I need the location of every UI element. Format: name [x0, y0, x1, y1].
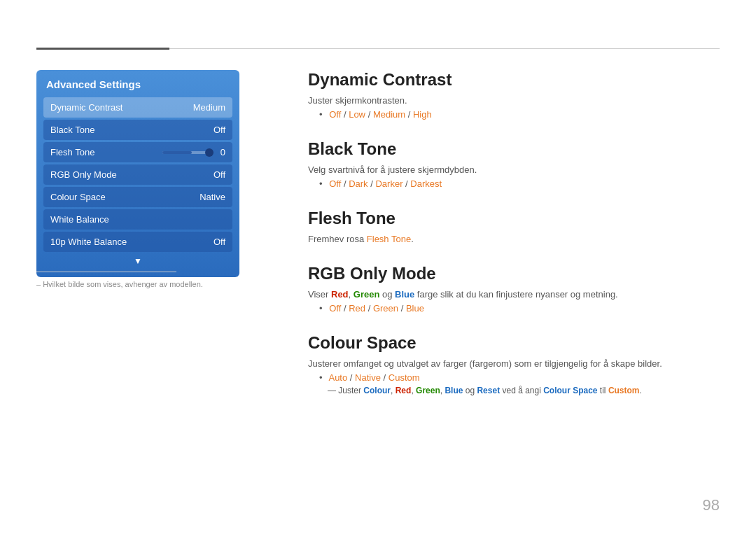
- advanced-settings-box: Advanced Settings Dynamic Contrast Mediu…: [36, 70, 239, 277]
- panel-note: – Hvilket bilde som vises, avhenger av m…: [36, 280, 203, 288]
- option-medium-dc: Medium: [373, 109, 405, 120]
- panel-title: Advanced Settings: [43, 78, 232, 90]
- cs-sub-colour: Colour: [363, 386, 391, 395]
- section-options-rgb: • Off / Red / Green / Blue: [319, 303, 720, 314]
- panel-arrow: ▼: [43, 256, 232, 266]
- menu-item-label-10p-white-balance: 10p White Balance: [50, 237, 127, 247]
- section-desc-rgb: Viser Red, Green og Blue farge slik at d…: [308, 289, 720, 300]
- flesh-tone-value: 0: [216, 147, 225, 157]
- bullet-icon-cs: •: [319, 372, 323, 383]
- bullet-icon: •: [319, 109, 323, 120]
- section-black-tone: Black Tone Velg svartnivå for å justere …: [308, 139, 720, 189]
- option-darkest-bt: Darkest: [410, 178, 442, 189]
- menu-item-dynamic-contrast[interactable]: Dynamic Contrast Medium: [43, 97, 232, 118]
- section-colour-space: Colour Space Justerer omfanget og utvalg…: [308, 333, 720, 395]
- rgb-green: Green: [354, 289, 380, 300]
- menu-item-value-rgb: Off: [214, 169, 225, 180]
- menu-item-value-10p-white-balance: Off: [214, 237, 225, 247]
- menu-item-rgb-only-mode[interactable]: RGB Only Mode Off: [43, 164, 232, 185]
- left-panel: Advanced Settings Dynamic Contrast Mediu…: [36, 70, 239, 277]
- section-desc-flesh-tone: Fremhev rosa Flesh Tone.: [308, 234, 720, 244]
- section-desc-dynamic-contrast: Juster skjermkontrasten.: [308, 95, 720, 106]
- menu-item-flesh-tone[interactable]: Flesh Tone 0: [43, 142, 232, 162]
- flesh-tone-slider[interactable]: [162, 151, 211, 154]
- content-area: Dynamic Contrast Juster skjermkontrasten…: [308, 70, 720, 415]
- option-low-dc: Low: [349, 109, 365, 120]
- flesh-tone-right: 0: [162, 147, 225, 157]
- option-off-bt: Off: [329, 178, 341, 189]
- section-flesh-tone: Flesh Tone Fremhev rosa Flesh Tone.: [308, 209, 720, 244]
- option-sep2-dc: /: [368, 109, 373, 120]
- section-options-black-tone: • Off / Dark / Darker / Darkest: [319, 178, 720, 189]
- flesh-tone-highlight: Flesh Tone: [367, 234, 411, 244]
- menu-item-value-colour-space: Native: [200, 192, 225, 202]
- option-off-rgb: Off: [329, 303, 341, 314]
- section-title-rgb: RGB Only Mode: [308, 264, 720, 283]
- option-high-dc: High: [413, 109, 432, 120]
- top-decorative-lines: [36, 48, 720, 50]
- section-desc-black-tone: Velg svartnivå for å justere skjermdybde…: [308, 164, 720, 175]
- sep3-rgb: /: [401, 303, 406, 314]
- option-green-rgb: Green: [373, 303, 398, 314]
- menu-item-label-colour-space: Colour Space: [50, 192, 106, 202]
- menu-item-label-rgb: RGB Only Mode: [50, 169, 117, 180]
- option-auto-cs: Auto: [328, 372, 347, 383]
- cs-sub-reset: Reset: [477, 386, 500, 395]
- menu-item-label-black-tone: Black Tone: [50, 125, 94, 135]
- slider-fill: [162, 151, 192, 154]
- rgb-blue: Blue: [395, 289, 414, 300]
- slider-thumb: [205, 148, 214, 157]
- section-rgb-only: RGB Only Mode Viser Red, Green og Blue f…: [308, 264, 720, 314]
- menu-item-label-dynamic-contrast: Dynamic Contrast: [50, 102, 122, 113]
- option-sep3-dc: /: [408, 109, 413, 120]
- option-dark-bt: Dark: [349, 178, 368, 189]
- bullet-icon-bt: •: [319, 178, 323, 189]
- section-options-colour-space: • Auto / Native / Custom: [319, 372, 720, 383]
- option-off-dc: Off: [329, 109, 341, 120]
- section-desc-colour-space: Justerer omfanget og utvalget av farger …: [308, 358, 720, 369]
- menu-item-value-black-tone: Off: [214, 125, 225, 135]
- menu-item-label-white-balance: White Balance: [50, 214, 109, 225]
- cs-sub-green: Green: [416, 386, 440, 395]
- cs-sub-red: Red: [396, 386, 412, 395]
- cs-sub-blue: Blue: [444, 386, 463, 395]
- option-blue-rgb: Blue: [406, 303, 424, 314]
- sep2-rgb: /: [368, 303, 373, 314]
- section-options-dynamic-contrast: • Off / Low / Medium / High: [319, 109, 720, 120]
- option-custom-cs: Custom: [388, 372, 420, 383]
- menu-item-colour-space[interactable]: Colour Space Native: [43, 187, 232, 207]
- sep2-cs: /: [384, 372, 388, 383]
- section-sub-colour-space: — Juster Colour, Red, Green, Blue og Res…: [328, 386, 720, 395]
- page-number: 98: [703, 496, 720, 514]
- option-darker-bt: Darker: [375, 178, 402, 189]
- menu-item-value-dynamic-contrast: Medium: [193, 102, 225, 113]
- section-title-flesh-tone: Flesh Tone: [308, 209, 720, 228]
- rgb-red: Red: [331, 289, 349, 300]
- option-native-cs: Native: [355, 372, 381, 383]
- section-dynamic-contrast: Dynamic Contrast Juster skjermkontrasten…: [308, 70, 720, 120]
- menu-item-white-balance[interactable]: White Balance: [43, 209, 232, 230]
- bullet-icon-rgb: •: [319, 303, 323, 314]
- section-title-black-tone: Black Tone: [308, 139, 720, 159]
- panel-divider: [36, 272, 176, 272]
- cs-sub-colour-space: Colour Space: [543, 386, 597, 395]
- sep1-cs: /: [350, 372, 355, 383]
- cs-sub-custom: Custom: [608, 386, 640, 395]
- section-title-dynamic-contrast: Dynamic Contrast: [308, 70, 720, 90]
- top-line-dark: [36, 48, 169, 50]
- option-red-rgb: Red: [349, 303, 365, 314]
- menu-item-10p-white-balance[interactable]: 10p White Balance Off: [43, 232, 232, 252]
- menu-item-black-tone[interactable]: Black Tone Off: [43, 120, 232, 140]
- menu-item-label-flesh-tone: Flesh Tone: [50, 147, 94, 157]
- section-title-colour-space: Colour Space: [308, 333, 720, 353]
- top-line-light: [169, 48, 720, 49]
